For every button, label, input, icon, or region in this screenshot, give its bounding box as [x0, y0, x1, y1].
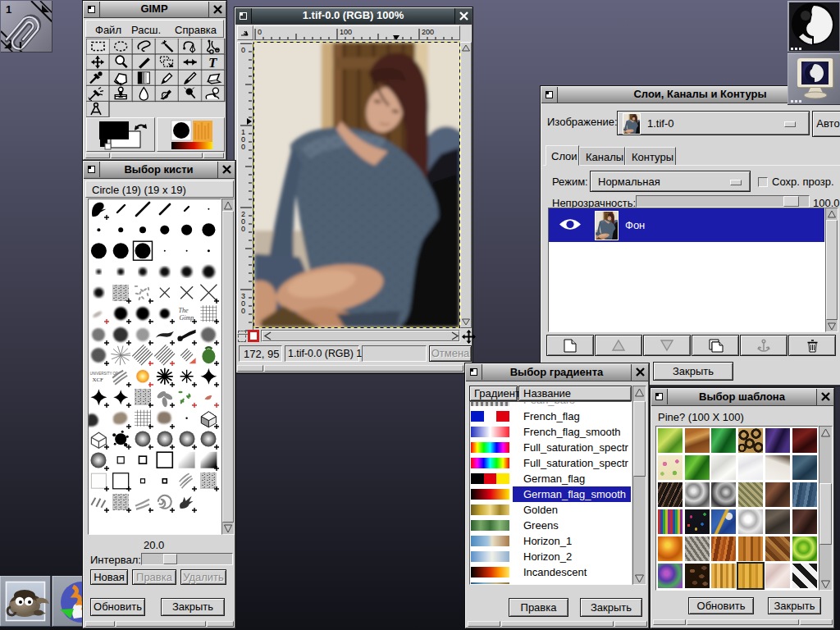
svg-text:0: 0 — [241, 143, 245, 151]
svg-text:200: 200 — [422, 28, 434, 36]
svg-text:0: 0 — [241, 225, 245, 233]
svg-text:UNIVERSITY OF: UNIVERSITY OF — [89, 372, 118, 376]
svg-text:1: 1 — [6, 3, 11, 16]
svg-text:0: 0 — [258, 28, 262, 36]
svg-text:0: 0 — [241, 307, 245, 315]
svg-text:XCF: XCF — [92, 377, 103, 383]
svg-text:Gimp: Gimp — [180, 314, 194, 322]
svg-text:100: 100 — [340, 28, 352, 36]
svg-text:T: T — [208, 55, 217, 71]
svg-text:The: The — [179, 307, 189, 314]
svg-text:0: 0 — [241, 46, 245, 54]
